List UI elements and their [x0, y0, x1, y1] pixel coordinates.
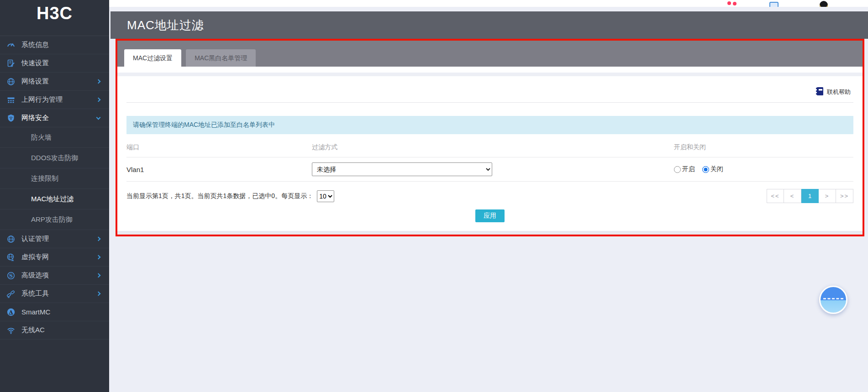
on-off-cell: 开启 关闭 [674, 165, 853, 173]
page-header: MAC地址过滤 [110, 11, 868, 39]
pagination-summary-group: 当前显示第1页，共1页。当前页共1条数据，已选中0。每页显示： 10 [126, 190, 334, 202]
highlighted-content-frame: MAC过滤设置 MAC黑白名单管理 联机帮助 请确保管理终端的MAC地址已添加至 [116, 39, 864, 236]
filter-mode-select[interactable]: 未选择 [312, 162, 492, 176]
sidebar-nav: 系统信息 快速设置 网络设置 上网行为管理 [0, 36, 109, 340]
chevron-right-icon [96, 79, 101, 84]
topbar-icon-pink[interactable] [727, 1, 731, 5]
sidebar-submenu-network-security: 防火墙 DDOS攻击防御 连接限制 MAC地址过滤 ARP攻击防御 [0, 127, 109, 230]
page-size-select[interactable]: 10 [317, 190, 334, 202]
pager-prev-button[interactable]: < [784, 189, 801, 203]
main-area: MAC地址过滤 MAC过滤设置 MAC黑白名单管理 联机帮助 [109, 0, 868, 392]
radio-enable-circle-icon[interactable] [674, 166, 681, 173]
sidebar-subitem-arp-defense[interactable]: ARP攻击防御 [0, 209, 109, 230]
floating-widget-button[interactable] [819, 286, 847, 314]
sidebar-item-system-tools[interactable]: 系统工具 [0, 285, 109, 303]
svg-text:S: S [9, 273, 13, 279]
tab-mac-filter-settings[interactable]: MAC过滤设置 [124, 49, 181, 67]
sidebar-item-quick-setup[interactable]: 快速设置 [0, 54, 109, 73]
pagination-row: 当前显示第1页，共1页。当前页共1条数据，已选中0。每页显示： 10 << < … [126, 189, 853, 203]
tab-underband [117, 67, 863, 73]
sidebar-item-vpn[interactable]: 虚拟专网 [0, 248, 109, 267]
sidebar-subitem-label: 连接限制 [31, 174, 58, 183]
sidebar-item-label: 网络设置 [21, 77, 49, 86]
shield-icon [6, 114, 16, 123]
tab-bar: MAC过滤设置 MAC黑白名单管理 [117, 41, 863, 67]
filter-mode-cell: 未选择 [312, 162, 674, 176]
wifi-icon [6, 326, 16, 335]
s-circle-icon: S [6, 271, 16, 280]
online-help-label: 联机帮助 [827, 88, 851, 96]
sidebar-subitem-firewall[interactable]: 防火墙 [0, 127, 109, 148]
help-row: 联机帮助 [117, 76, 863, 102]
book-icon [815, 86, 825, 98]
pagination-summary: 当前显示第1页，共1页。当前页共1条数据，已选中0。每页显示： [126, 192, 313, 200]
sidebar-item-label: 快速设置 [21, 59, 49, 68]
sidebar-item-label: 上网行为管理 [21, 95, 63, 104]
sidebar-item-network-settings[interactable]: 网络设置 [0, 73, 109, 91]
behavior-bridge-icon [6, 95, 16, 105]
chevron-right-icon [96, 292, 101, 296]
pager-first-button[interactable]: << [767, 189, 784, 203]
sidebar-item-label: 系统信息 [21, 41, 49, 49]
chevron-right-icon [96, 98, 101, 102]
sidebar-item-auth-management[interactable]: 认证管理 [0, 230, 109, 248]
chain-tools-icon [6, 289, 16, 298]
sidebar-item-label: 高级选项 [21, 271, 49, 280]
sidebar-subitem-label: DDOS攻击防御 [31, 154, 78, 162]
pager-last-button[interactable]: >> [836, 189, 853, 203]
table-row: Vlan1 未选择 开启 [126, 157, 853, 182]
sidebar-subitem-connection-limit[interactable]: 连接限制 [0, 168, 109, 189]
apply-row: 应用 [117, 209, 863, 222]
column-header-port: 端口 [126, 143, 312, 152]
radio-disable-label: 关闭 [710, 165, 723, 173]
sidebar-subitem-label: 防火墙 [31, 133, 52, 142]
sidebar-item-smartmc[interactable]: A SmartMC [0, 303, 109, 321]
svg-text:A: A [9, 309, 13, 315]
sidebar-item-label: 认证管理 [21, 235, 49, 243]
sidebar-subitem-label: MAC地址过滤 [31, 195, 74, 204]
panel-bottom-band [117, 231, 863, 235]
sidebar-item-label: 系统工具 [21, 289, 49, 298]
sidebar-item-advanced-options[interactable]: S 高级选项 [0, 267, 109, 285]
sidebar-item-wireless-ac[interactable]: 无线AC [0, 321, 109, 340]
globe-user-icon [6, 253, 16, 262]
page-title: MAC地址过滤 [127, 17, 204, 33]
sidebar-subitem-label: ARP攻击防御 [31, 215, 73, 224]
radio-disable[interactable]: 关闭 [702, 165, 723, 173]
port-cell: Vlan1 [126, 166, 312, 173]
pager-page-1-button[interactable]: 1 [801, 189, 819, 203]
panel-separator [117, 73, 863, 76]
radio-enable[interactable]: 开启 [674, 165, 695, 173]
column-header-filter-mode: 过滤方式 [312, 143, 674, 152]
h3c-logo: H3C [0, 0, 109, 36]
radio-disable-circle-icon[interactable] [702, 166, 709, 173]
globe-icon [6, 235, 16, 244]
sidebar-subitem-mac-filter[interactable]: MAC地址过滤 [0, 189, 109, 209]
chevron-right-icon [96, 255, 101, 260]
globe-icon [6, 77, 16, 86]
topbar-icon-dark[interactable] [820, 1, 828, 7]
notice-banner: 请确保管理终端的MAC地址已添加至白名单列表中 [126, 116, 853, 134]
sidebar: H3C 系统信息 快速设置 网络设置 [0, 0, 109, 392]
sidebar-item-behavior-management[interactable]: 上网行为管理 [0, 91, 109, 109]
topbar-icon-panel[interactable] [769, 2, 779, 7]
tab-mac-blackwhite-list[interactable]: MAC黑白名单管理 [186, 49, 256, 67]
divider-line [126, 102, 853, 103]
sidebar-item-label: 虚拟专网 [21, 253, 49, 261]
notice-text: 请确保管理终端的MAC地址已添加至白名单列表中 [133, 121, 275, 128]
sidebar-item-label: SmartMC [21, 308, 50, 316]
radio-enable-label: 开启 [682, 165, 695, 173]
sidebar-item-network-security[interactable]: 网络安全 [0, 109, 109, 127]
sidebar-subitem-ddos-defense[interactable]: DDOS攻击防御 [0, 148, 109, 168]
filter-table: 端口 过滤方式 开启和关闭 Vlan1 未选择 [117, 134, 863, 182]
quick-setup-icon [6, 59, 16, 68]
chevron-down-icon [96, 115, 101, 120]
online-help-link[interactable]: 联机帮助 [815, 86, 851, 98]
app-root: H3C 系统信息 快速设置 网络设置 [0, 0, 868, 392]
pager-next-button[interactable]: > [819, 189, 836, 203]
topbar [109, 0, 868, 7]
apply-button[interactable]: 应用 [475, 209, 505, 222]
gauge-icon [6, 41, 16, 50]
sidebar-item-system-info[interactable]: 系统信息 [0, 36, 109, 54]
sidebar-item-label: 无线AC [21, 326, 45, 335]
